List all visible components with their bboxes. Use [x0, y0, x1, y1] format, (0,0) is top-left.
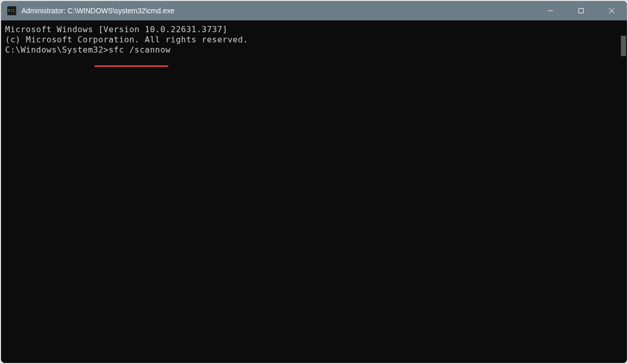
minimize-icon: [547, 8, 553, 14]
annotation-underline: [94, 65, 168, 67]
terminal-prompt: C:\Windows\System32>: [5, 45, 109, 55]
maximize-icon: [578, 8, 584, 14]
svg-text:C:\: C:\: [8, 9, 15, 13]
titlebar[interactable]: C:\ Administrator: C:\WINDOWS\system32\c…: [1, 1, 627, 20]
close-icon: [609, 8, 615, 14]
terminal-body: Microsoft Windows [Version 10.0.22631.37…: [1, 20, 627, 363]
terminal-output-line: Microsoft Windows [Version 10.0.22631.37…: [5, 25, 614, 35]
terminal-content[interactable]: Microsoft Windows [Version 10.0.22631.37…: [1, 20, 618, 363]
minimize-button[interactable]: [535, 1, 566, 20]
terminal-prompt-line: C:\Windows\System32>sfc /scannow: [5, 45, 171, 55]
cmd-window: C:\ Administrator: C:\WINDOWS\system32\c…: [1, 1, 627, 363]
svg-rect-3: [579, 9, 584, 13]
maximize-button[interactable]: [566, 1, 596, 20]
terminal-output-line: (c) Microsoft Corporation. All rights re…: [5, 35, 614, 45]
close-button[interactable]: [596, 1, 627, 20]
window-title: Administrator: C:\WINDOWS\system32\cmd.e…: [21, 7, 535, 15]
cmd-icon: C:\: [7, 6, 16, 15]
scrollbar[interactable]: [618, 20, 627, 363]
terminal-command: sfc /scannow: [109, 45, 171, 55]
window-controls: [535, 1, 627, 20]
scrollbar-thumb[interactable]: [621, 36, 626, 56]
